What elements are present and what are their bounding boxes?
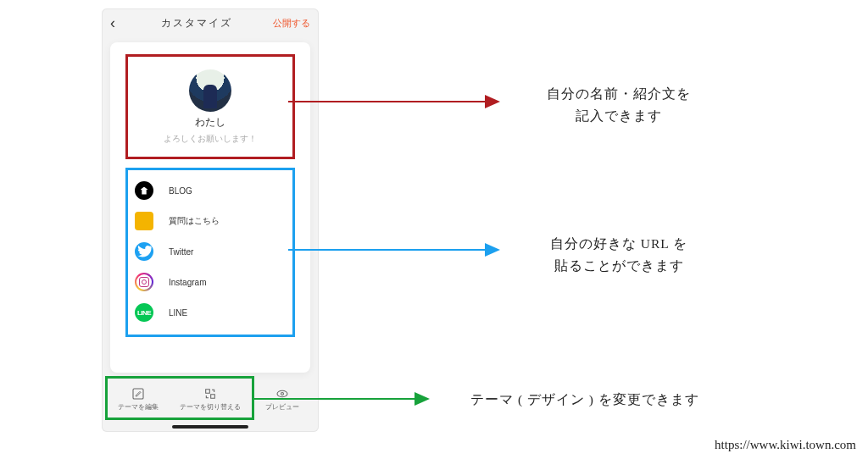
link-label: 質問はこちら (169, 215, 220, 227)
pencil-icon (131, 387, 145, 401)
folder-icon (135, 212, 153, 230)
nav-title: カスタマイズ (120, 16, 273, 30)
annotation-arrow-profile (288, 101, 498, 102)
home-indicator (172, 425, 248, 429)
link-label: Twitter (169, 247, 193, 257)
swap-icon (203, 387, 217, 401)
blog-icon (135, 181, 153, 200)
link-item-question[interactable]: 質問はこちら (135, 206, 286, 236)
back-icon[interactable]: ‹ (110, 14, 120, 32)
instagram-icon (135, 273, 153, 291)
annotation-line: 自分の好きな URL を (526, 233, 712, 255)
content-card: わたし よろしくお願いします！ BLOG 質問はこちら Twitter Inst… (110, 42, 310, 373)
tab-label: テーマを切り替える (180, 402, 241, 412)
link-label: Instagram (169, 278, 206, 287)
twitter-icon (135, 242, 153, 261)
link-item-line[interactable]: LINE LINE (135, 297, 286, 328)
annotation-text-links: 自分の好きな URL を 貼ることができます (526, 233, 712, 278)
svg-point-1 (277, 390, 287, 396)
link-label: BLOG (169, 186, 192, 196)
annotation-line: 記入できます (526, 105, 712, 127)
profile-name: わたし (195, 115, 225, 130)
tab-switch-theme[interactable]: テーマを切り替える (174, 381, 246, 417)
tab-edit-theme[interactable]: テーマを編集 (102, 381, 174, 417)
annotation-line: テーマ ( デザイン ) を変更できます (470, 392, 699, 406)
line-icon: LINE (135, 303, 153, 322)
links-section: BLOG 質問はこちら Twitter Instagram LINE LINE (125, 168, 295, 337)
link-item-instagram[interactable]: Instagram (135, 267, 286, 297)
link-label: LINE (169, 308, 187, 318)
profile-bio: よろしくお願いします！ (164, 133, 257, 145)
annotation-text-profile: 自分の名前・紹介文を 記入できます (526, 83, 712, 128)
annotation-line: 貼ることができます (526, 255, 712, 277)
link-item-twitter[interactable]: Twitter (135, 236, 286, 267)
footer-url: https://www.kiwi.town.com (715, 438, 856, 452)
svg-point-2 (281, 392, 284, 395)
link-item-blog[interactable]: BLOG (135, 175, 286, 206)
annotation-line: 自分の名前・紹介文を (526, 83, 712, 105)
publish-button[interactable]: 公開する (273, 17, 310, 30)
tab-label: プレビュー (265, 402, 299, 412)
annotation-arrow-theme (254, 398, 428, 400)
svg-rect-0 (133, 389, 143, 399)
annotation-arrow-links (288, 249, 498, 251)
profile-section[interactable]: わたし よろしくお願いします！ (125, 54, 295, 159)
navbar: ‹ カスタマイズ 公開する (102, 8, 319, 37)
tab-label: テーマを編集 (118, 402, 159, 412)
annotation-text-theme: テーマ ( デザイン ) を変更できます (470, 389, 699, 411)
phone-mock: ‹ カスタマイズ 公開する わたし よろしくお願いします！ BLOG 質問はこち… (102, 8, 319, 432)
avatar[interactable] (189, 69, 231, 112)
